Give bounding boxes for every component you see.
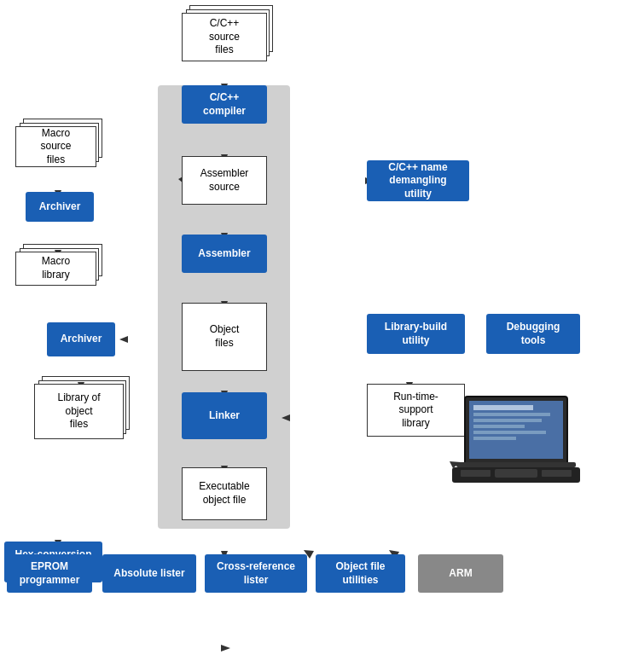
cpp-source-box: C/C++sourcefiles [182,13,267,61]
cross-ref-box: Cross-referencelister [205,554,307,593]
archiver2-box: Archiver [47,322,115,356]
svg-rect-58 [456,462,576,467]
obj-utilities-label: Object fileutilities [335,560,385,587]
assembler-box: Assembler [182,235,267,273]
svg-rect-56 [473,431,546,434]
debugging-box: Debuggingtools [486,314,580,354]
compiler-label: C/C++compiler [203,91,246,118]
lib-object-box: Library ofobjectfiles [34,384,124,439]
svg-rect-52 [473,405,533,410]
linker-box: Linker [182,392,267,439]
eprom-label: EPROMprogrammer [20,560,80,587]
svg-rect-62 [542,470,572,477]
abs-lister-label: Absolute lister [113,567,184,581]
arm-label: ARM [449,567,472,581]
svg-rect-57 [473,437,516,440]
library-build-box: Library-buildutility [367,314,465,354]
exec-object-box: Executableobject file [182,467,267,520]
exec-object-label: Executableobject file [199,480,249,507]
runtime-support-label: Run-time-supportlibrary [393,391,438,431]
svg-line-42 [273,490,392,553]
cross-ref-label: Cross-referencelister [217,560,295,587]
svg-rect-54 [473,419,542,422]
asm-source-label: Assemblersource [200,167,249,194]
eprom-box: EPROMprogrammer [7,554,92,593]
svg-marker-11 [119,336,128,343]
assembler-label: Assembler [198,247,250,261]
cpp-source-label: C/C++sourcefiles [209,17,240,57]
svg-line-32 [288,465,452,490]
archiver2-label: Archiver [61,333,102,346]
lib-object-label: Library ofobjectfiles [57,391,100,432]
svg-rect-61 [461,470,491,477]
abs-lister-box: Absolute lister [102,554,196,593]
svg-marker-46 [221,645,230,652]
diagram: C/C++sourcefiles C/C++compiler Macrosour… [0,0,627,672]
library-build-label: Library-buildutility [385,321,447,347]
archiver1-box: Archiver [26,192,94,222]
debugging-label: Debuggingtools [507,321,560,347]
name-demangling-box: C/C++ namedemanglingutility [367,160,469,201]
macro-library-box: Macrolibrary [15,252,96,286]
svg-rect-60 [495,469,537,478]
name-demangling-label: C/C++ namedemanglingutility [388,161,447,201]
archiver1-label: Archiver [39,200,81,214]
linker-label: Linker [209,409,240,423]
runtime-support-box: Run-time-supportlibrary [367,384,465,437]
arm-box: ARM [418,554,503,593]
obj-utilities-box: Object fileutilities [316,554,405,593]
svg-rect-55 [473,425,525,428]
compiler-box: C/C++compiler [182,85,267,124]
macro-source-box: Macrosourcefiles [15,126,96,167]
svg-rect-53 [473,413,550,416]
object-files-box: Objectfiles [182,303,267,371]
object-files-label: Objectfiles [210,323,240,350]
laptop-icon [452,392,580,486]
macro-library-label: Macrolibrary [42,255,70,281]
asm-source-box: Assemblersource [182,156,267,205]
macro-source-label: Macrosourcefiles [40,127,71,167]
